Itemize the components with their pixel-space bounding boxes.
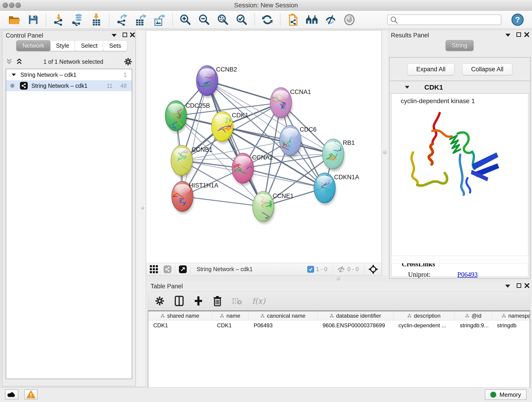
node-CCNB1[interactable]: CCNB1 — [171, 145, 213, 178]
open-session-icon[interactable] — [8, 13, 21, 26]
edge-HIST1H1A-CCNE1[interactable] — [182, 196, 263, 206]
table-panel-title: Table Panel — [151, 283, 183, 290]
node-CCNA1[interactable]: CCNA1 — [265, 88, 311, 120]
network-overview-icon[interactable] — [164, 265, 171, 273]
export-table-icon[interactable] — [135, 13, 147, 26]
table-panel-float-icon[interactable] — [517, 283, 521, 288]
hide-selected-icon[interactable] — [324, 13, 337, 26]
birdseye-view-icon[interactable] — [368, 264, 378, 274]
collection-expand-icon[interactable] — [12, 73, 16, 76]
column-header-@id[interactable]: @id — [455, 311, 492, 320]
network-from-selection-icon[interactable] — [287, 13, 299, 26]
network-collection-row[interactable]: String Network – cdk1 1 — [6, 69, 132, 80]
control-panel-menu-icon[interactable] — [112, 34, 117, 37]
collapse-all-button[interactable]: Collapse All — [462, 64, 512, 75]
left-splitter[interactable] — [136, 31, 146, 386]
cloud-status-button[interactable] — [5, 389, 18, 400]
network-selection-row: 1 of 1 Network selected — [6, 56, 132, 67]
column-type-icon — [407, 314, 412, 318]
column-type-icon — [220, 314, 224, 318]
column-header-database-identifier[interactable]: database identifier — [317, 311, 393, 320]
column-header-namespace[interactable]: namespace — [492, 311, 530, 320]
main-toolbar: ? — [0, 11, 532, 29]
add-column-icon[interactable] — [194, 296, 203, 306]
zoom-out-icon[interactable] — [198, 13, 210, 26]
expand-all-button[interactable]: Expand All — [407, 64, 455, 75]
toolbar-separator — [46, 13, 46, 26]
table-panel-menu-icon[interactable] — [505, 285, 510, 288]
node-RB1[interactable]: RB1 — [322, 137, 355, 172]
export-network-icon[interactable] — [116, 13, 128, 26]
control-panel-float-icon[interactable] — [123, 32, 127, 37]
network-options-gear-icon[interactable] — [124, 57, 132, 66]
network-canvas[interactable]: CCNB2CCNA1CDC25BCDK1CDC6RB1CCNB1CCNA2CDK… — [146, 31, 382, 263]
column-header-shared-name[interactable]: shared name — [148, 311, 212, 320]
table-settings-gear-icon[interactable] — [155, 296, 165, 306]
node-CCNE1[interactable]: CCNE1 — [253, 191, 294, 224]
cell-namespace[interactable]: stringdb — [492, 322, 530, 329]
show-columns-icon[interactable] — [175, 296, 184, 306]
cell-database-identifier[interactable]: 9606.ENSP00000378699 — [317, 322, 393, 329]
gene-description: cyclin-dependent kinase 1 — [392, 94, 528, 105]
results-panel-float-icon[interactable] — [516, 32, 521, 37]
table-panel-close-icon[interactable] — [525, 283, 530, 288]
zoom-in-icon[interactable] — [179, 13, 191, 26]
cell-description[interactable]: cyclin-dependent ... — [393, 322, 455, 329]
delete-column-icon[interactable] — [213, 296, 222, 306]
refresh-layout-icon[interactable] — [261, 13, 273, 26]
column-type-icon — [465, 314, 469, 318]
search-input[interactable] — [387, 14, 501, 25]
tab-style[interactable]: Style — [50, 40, 75, 51]
string-network-graph[interactable]: CCNB2CCNA1CDC25BCDK1CDC6RB1CCNB1CCNA2CDK… — [146, 31, 381, 263]
memory-button[interactable]: Memory — [485, 389, 526, 400]
zoom-fit-icon[interactable] — [217, 13, 229, 26]
left-splitter-handle[interactable] — [139, 205, 146, 211]
edge-CCNB2-HIST1H1A[interactable] — [182, 81, 207, 196]
tab-string[interactable]: String — [446, 40, 474, 51]
table-row[interactable]: CDK1CDK1P064939606.ENSP00000378699cyclin… — [148, 320, 530, 331]
cell-name[interactable]: CDK1 — [212, 322, 249, 329]
column-header-name[interactable]: name — [212, 311, 249, 320]
tab-sets[interactable]: Sets — [103, 40, 127, 51]
cell-canonical-name[interactable]: P06493 — [249, 322, 317, 329]
collapse-all-icon[interactable] — [6, 58, 13, 65]
cell-@id[interactable]: stringdb:9... — [455, 322, 492, 329]
cell-shared-name[interactable]: CDK1 — [148, 322, 212, 329]
import-network-file-icon[interactable] — [53, 13, 65, 26]
import-network-database-icon[interactable] — [71, 13, 84, 26]
column-header-description[interactable]: description — [393, 311, 455, 320]
results-panel-close-icon[interactable] — [524, 32, 529, 37]
toolbar-separator — [190, 265, 191, 274]
node-CDKN1A[interactable]: CDKN1A — [313, 169, 359, 205]
warnings-button[interactable] — [24, 389, 38, 400]
save-session-icon[interactable] — [27, 13, 39, 26]
network-row[interactable]: String Network – cdk1 11 48 — [6, 80, 132, 91]
control-panel-close-icon[interactable] — [130, 32, 135, 37]
grid-view-icon[interactable] — [149, 265, 158, 274]
node-CDC25B[interactable]: CDC25B — [164, 101, 210, 133]
results-scrollbar[interactable] — [391, 255, 528, 263]
right-splitter-handle[interactable] — [383, 150, 387, 154]
tab-select[interactable]: Select — [75, 40, 104, 51]
zoom-selected-icon[interactable] — [235, 13, 248, 26]
node-CDC6[interactable]: CDC6 — [273, 125, 317, 158]
gene-collapse-icon[interactable] — [405, 86, 409, 89]
detach-view-icon[interactable] — [179, 265, 187, 273]
expand-all-icon[interactable] — [16, 58, 23, 65]
tab-network[interactable]: Network — [16, 40, 51, 51]
crosslink-link[interactable]: P06493 — [457, 271, 478, 278]
node-CCNB2[interactable]: CCNB2 — [194, 65, 237, 98]
help-icon[interactable]: ? — [511, 13, 524, 26]
export-image-icon[interactable] — [153, 13, 166, 26]
column-header-canonical-name[interactable]: canonical name — [249, 311, 317, 320]
import-table-file-icon[interactable] — [90, 13, 103, 26]
results-panel-menu-icon[interactable] — [505, 34, 510, 37]
selected-nodes-checkbox[interactable] — [307, 266, 314, 273]
right-splitter[interactable] — [382, 31, 388, 280]
first-neighbors-icon[interactable] — [306, 13, 318, 26]
node-HIST1H1A[interactable]: HIST1H1A — [160, 181, 218, 214]
window-title: Session: New Session — [0, 2, 532, 9]
bottom-splitter-handle[interactable] — [336, 276, 340, 281]
graphics-details-icon[interactable] — [343, 13, 355, 26]
gene-entry-header[interactable]: CDK1 — [389, 81, 530, 94]
